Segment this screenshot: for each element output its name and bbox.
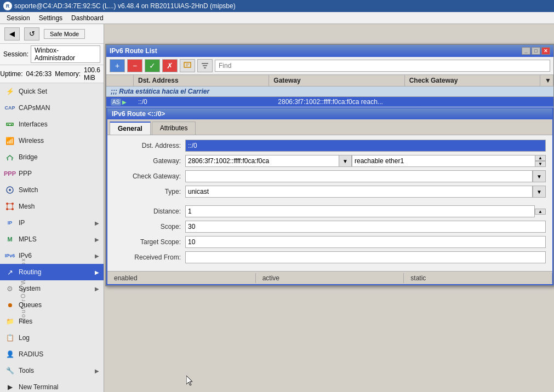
app-icon: R: [3, 2, 12, 10]
form-row-distance: Distance: ▲: [114, 205, 546, 217]
sidebar-item-wireless[interactable]: 📶 Wireless: [0, 132, 104, 149]
sidebar-item-label-radius: RADIUS: [19, 350, 43, 358]
sidebar-item-files[interactable]: 📁 Files: [0, 313, 104, 330]
routing-icon: ↗: [4, 267, 15, 278]
sidebar: RouterOS WinBox ◀ ↺ Safe Mode Session: W…: [0, 24, 104, 392]
gateway-input[interactable]: [185, 155, 339, 167]
target-scope-input[interactable]: [185, 236, 546, 248]
type-input[interactable]: [185, 186, 533, 198]
menu-bar: Session Settings Dashboard: [0, 12, 554, 24]
sidebar-item-mpls[interactable]: M MPLS ▶: [0, 231, 104, 247]
type-dropdown[interactable]: ▼: [533, 186, 546, 198]
sidebar-item-bridge[interactable]: Bridge: [0, 149, 104, 165]
scope-input[interactable]: [185, 221, 546, 233]
sidebar-item-label-files: Files: [19, 318, 32, 325]
status-active: active: [256, 273, 404, 283]
menu-settings[interactable]: Settings: [35, 13, 67, 23]
ip-icon: IP: [4, 217, 15, 228]
row-badge-cell: AS ▶: [106, 97, 134, 107]
session-bar: ◀ ↺ Safe Mode: [0, 24, 104, 44]
sidebar-item-interfaces[interactable]: Interfaces: [0, 116, 104, 132]
safe-mode-button[interactable]: Safe Mode: [44, 29, 85, 39]
check-gateway-input[interactable]: [185, 170, 533, 182]
sidebar-item-label-mpls: MPLS: [19, 235, 37, 243]
sidebar-item-quick-set[interactable]: ⚡ Quick Set: [0, 83, 104, 100]
sidebar-item-capsman[interactable]: CAP CAPsMAN: [0, 100, 104, 116]
svg-rect-15: [184, 62, 191, 67]
toolbar: + − ✓ ✗: [106, 57, 553, 75]
sidebar-item-ppp[interactable]: PPP PPP: [0, 165, 104, 182]
dst-address-input[interactable]: [185, 140, 546, 152]
tab-attributes[interactable]: Attributes: [152, 122, 196, 135]
find-input[interactable]: [215, 60, 550, 72]
ip-arrow: ▶: [95, 220, 99, 226]
uncheck-button[interactable]: ✗: [162, 59, 178, 72]
svg-point-6: [9, 189, 11, 191]
uptime-value: 04:26:33: [26, 70, 52, 78]
status-static: static: [404, 273, 552, 283]
sidebar-item-radius[interactable]: 👤 RADIUS: [0, 346, 104, 362]
row-check-gateway: [414, 101, 553, 103]
filter-button[interactable]: [197, 59, 213, 72]
received-from-input[interactable]: [185, 251, 546, 263]
col-header-gw: Gateway: [269, 75, 404, 86]
sidebar-item-mesh[interactable]: Mesh: [0, 198, 104, 215]
title-bar: R soporte@C4:AD:34:7E:92:5C (L...) v6.48…: [0, 0, 554, 12]
distance-up-button[interactable]: ▲: [535, 209, 546, 215]
form-row-received-from: Received From:: [114, 251, 546, 263]
tab-general[interactable]: General: [110, 122, 151, 135]
sidebar-item-label-system: System: [19, 285, 41, 292]
nav-forward-button[interactable]: ↺: [24, 27, 39, 41]
close-button[interactable]: ✕: [541, 47, 550, 55]
check-button[interactable]: ✓: [145, 59, 160, 72]
menu-session[interactable]: Session: [2, 13, 35, 23]
remove-button[interactable]: −: [127, 59, 142, 72]
menu-dashboard[interactable]: Dashboard: [67, 13, 108, 23]
gateway-type-input[interactable]: [352, 155, 535, 167]
table-row[interactable]: AS ▶ ::/0 2806:3f7:1002::ffff:f0ca:f0ca …: [106, 97, 553, 107]
sidebar-item-log[interactable]: 📋 Log: [0, 330, 104, 346]
sidebar-item-ipv6[interactable]: IPv6 IPv6 ▶: [0, 247, 104, 264]
sidebar-item-routing[interactable]: ↗ Routing ▶: [0, 264, 104, 280]
table-header: Dst. Address Gateway Check Gateway ▼: [106, 75, 553, 87]
sidebar-item-system[interactable]: ⚙ System ▶: [0, 280, 104, 297]
sidebar-item-label-quick-set: Quick Set: [19, 88, 47, 95]
gateway-down-button[interactable]: ▼: [535, 161, 546, 167]
col-header-dst: Dst. Address: [134, 75, 269, 86]
add-button[interactable]: +: [110, 59, 125, 72]
nav-back-button[interactable]: ◀: [4, 27, 20, 41]
gateway-up-button[interactable]: ▲: [535, 155, 546, 161]
form-row-scope: Scope:: [114, 221, 546, 233]
sidebar-item-label-bridge: Bridge: [19, 153, 38, 161]
session-value: Winbox-Administrador: [31, 45, 100, 63]
gateway-label: Gateway:: [114, 157, 185, 165]
sidebar-item-queues[interactable]: ⏺ Queues: [0, 297, 104, 313]
sidebar-item-tools[interactable]: 🔧 Tools ▶: [0, 362, 104, 379]
maximize-button[interactable]: □: [532, 47, 540, 55]
comment-button[interactable]: [180, 59, 195, 72]
sidebar-item-label-log: Log: [19, 334, 30, 342]
sidebar-item-new-terminal[interactable]: ▶ New Terminal: [0, 379, 104, 392]
sidebar-item-label-new-terminal: New Terminal: [19, 383, 58, 391]
quick-set-icon: ⚡: [4, 86, 15, 97]
table-row[interactable]: ;;; Ruta estática hacia el Carrier: [106, 87, 553, 97]
route-detail-titlebar: IPv6 Route <::/0>: [107, 108, 552, 119]
svg-rect-1: [8, 124, 9, 126]
target-scope-label: Target Scope:: [114, 238, 185, 246]
memory-label: Memory:: [55, 70, 81, 78]
form-area: Dst. Address: Gateway: ▼ ▲ ▼: [107, 135, 552, 271]
minimize-button[interactable]: _: [522, 47, 530, 55]
log-icon: 📋: [4, 332, 15, 343]
sidebar-item-ip[interactable]: IP IP ▶: [0, 215, 104, 231]
route-detail-window: IPv6 Route <::/0> General Attributes Dst…: [106, 107, 553, 285]
sidebar-item-label-ip: IP: [19, 219, 25, 227]
distance-input[interactable]: [185, 205, 535, 217]
sidebar-item-label-wireless: Wireless: [19, 137, 44, 145]
check-gateway-dropdown[interactable]: ▼: [533, 170, 546, 182]
spacer: [114, 201, 546, 205]
sidebar-item-switch[interactable]: Switch: [0, 182, 104, 198]
svg-rect-0: [7, 123, 13, 125]
route-icon: ▶: [122, 99, 127, 105]
gateway-dropdown-button[interactable]: ▼: [339, 155, 352, 167]
gateway-spinner: ▲ ▼: [535, 155, 546, 167]
